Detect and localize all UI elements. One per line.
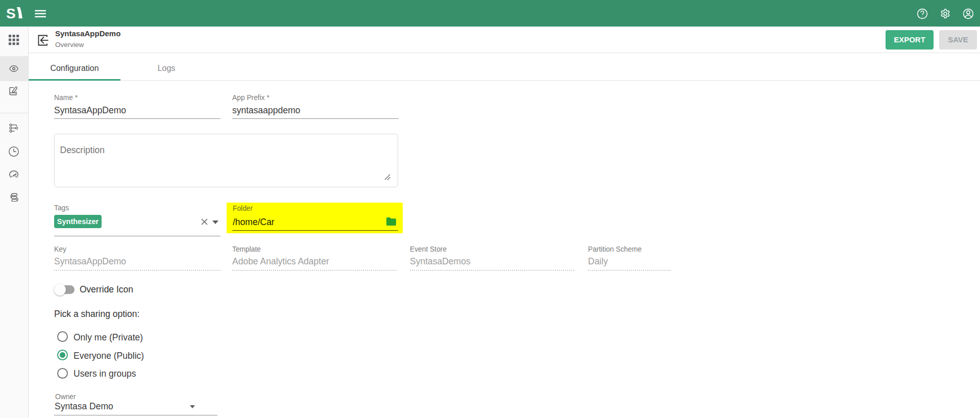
svg-text:S: S: [6, 6, 16, 21]
